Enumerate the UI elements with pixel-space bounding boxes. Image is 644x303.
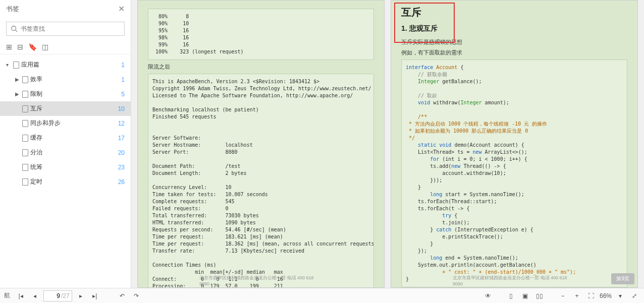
page-right: 互斥 1. 悲观互斥 互斥实际是悲观锁的思想 例如，有下面取款的需求 inter… bbox=[391, 0, 638, 288]
page-icon bbox=[22, 91, 28, 98]
sidebar-title: 书签 bbox=[6, 5, 19, 14]
zoom-dropdown-icon[interactable]: ▾ bbox=[615, 290, 626, 301]
section-heading: 1. 悲观互斥 bbox=[401, 24, 627, 33]
zoom-out-button[interactable]: − bbox=[557, 290, 568, 301]
page-left: 80% 8 90% 10 95% 16 98% 16 99% 16 100% 3… bbox=[137, 0, 385, 288]
page-number-input[interactable] bbox=[46, 291, 61, 300]
tree-item[interactable]: 缓存 17 bbox=[0, 131, 131, 145]
prev-page-button[interactable]: ◂ bbox=[29, 290, 40, 301]
bookmarks-sidebar: 书签 ✕ ⊞ ⊟ 🔖 ◫ ▾应用篇 1 ▶效率 1 ▶限制 5 bbox=[0, 0, 131, 288]
tree-item-selected[interactable]: 互斥 10 bbox=[0, 101, 131, 116]
tree-item[interactable]: ▶限制 5 bbox=[0, 87, 131, 101]
close-icon[interactable]: ✕ bbox=[118, 4, 125, 14]
page-footer: 北京市昌平区建材城西路金燕龙办公楼一层 电话 400 618 9090 bbox=[199, 275, 323, 286]
page-icon bbox=[22, 76, 28, 83]
rotate-right-button[interactable]: ↷ bbox=[131, 290, 142, 301]
tree-item-root[interactable]: ▾应用篇 1 bbox=[0, 57, 131, 72]
page-icon bbox=[22, 120, 28, 127]
page-footer: 北京市昌平区建材城西路金燕龙办公楼一层 电话 400 618 9090 bbox=[453, 275, 576, 286]
bottom-toolbar: 航 |◂ ◂ /27 ▸ ▸| ↶ ↷ 👁 ▯ ▣ ▯▯ − + ⛶ 66% ▾… bbox=[0, 288, 644, 303]
single-page-icon[interactable]: ▯ bbox=[506, 290, 517, 301]
apache-bench-output: This is ApacheBench, Version 2.3 <$Revis… bbox=[152, 78, 369, 288]
java-code: interface Account { // 获取余额 Integer getB… bbox=[406, 64, 623, 283]
body-text: 例如，有下面取款的需求 bbox=[401, 49, 627, 56]
svg-line-1 bbox=[16, 30, 18, 32]
nav-label: 航 bbox=[4, 291, 10, 300]
ribbon-icon[interactable]: ◫ bbox=[42, 43, 48, 51]
first-page-button[interactable]: |◂ bbox=[15, 290, 26, 301]
page-icon bbox=[22, 164, 28, 171]
search-input[interactable] bbox=[21, 25, 120, 32]
tree-item[interactable]: 分治 20 bbox=[0, 145, 131, 160]
tree-item[interactable]: 统筹 23 bbox=[0, 160, 131, 174]
percentile-data: 80% 8 90% 10 95% 16 98% 16 99% 16 100% 3… bbox=[152, 13, 369, 55]
fit-width-icon[interactable]: ⛶ bbox=[585, 290, 597, 301]
tree-item[interactable]: 定时 26 bbox=[0, 174, 131, 189]
sidebar-tools: ⊞ ⊟ 🔖 ◫ bbox=[0, 40, 131, 54]
view-mode-icon[interactable]: ▣ bbox=[520, 290, 531, 301]
fullscreen-icon[interactable]: ⤢ bbox=[629, 290, 640, 301]
page-indicator-button[interactable]: 第9页 bbox=[611, 273, 634, 284]
page-total: /27 bbox=[61, 292, 70, 299]
collapse-all-icon[interactable]: ⊟ bbox=[17, 43, 23, 51]
body-text: 互斥实际是悲观锁的思想 bbox=[401, 38, 627, 46]
tree-item[interactable]: ▶效率 1 bbox=[0, 72, 131, 87]
page-icon bbox=[22, 178, 28, 186]
bookmark-search[interactable] bbox=[6, 22, 125, 36]
svg-point-0 bbox=[12, 26, 16, 31]
page-icon bbox=[22, 105, 28, 112]
bookmarks-tree: ▾应用篇 1 ▶效率 1 ▶限制 5 互斥 10 同步和异步 12 缓存 17 bbox=[0, 54, 131, 288]
page-icon bbox=[13, 62, 19, 69]
code-block: interface Account { // 获取余额 Integer getB… bbox=[401, 59, 627, 287]
chapter-title: 互斥 bbox=[401, 6, 627, 19]
next-page-button[interactable]: ▸ bbox=[75, 290, 86, 301]
two-page-icon[interactable]: ▯▯ bbox=[534, 290, 545, 301]
search-icon bbox=[11, 25, 18, 32]
section-title: 限流之后 bbox=[148, 63, 374, 71]
page-icon bbox=[22, 135, 28, 142]
document-pages: 80% 8 90% 10 95% 16 98% 16 99% 16 100% 3… bbox=[131, 0, 644, 288]
eye-icon[interactable]: 👁 bbox=[482, 290, 494, 301]
zoom-in-button[interactable]: + bbox=[571, 290, 582, 301]
expand-all-icon[interactable]: ⊞ bbox=[6, 43, 12, 51]
page-icon bbox=[22, 149, 28, 156]
bookmark-icon[interactable]: 🔖 bbox=[28, 43, 37, 51]
last-page-button[interactable]: ▸| bbox=[89, 290, 100, 301]
tree-item[interactable]: 同步和异步 12 bbox=[0, 116, 131, 131]
rotate-left-button[interactable]: ↶ bbox=[117, 290, 128, 301]
zoom-level[interactable]: 66% bbox=[600, 292, 612, 299]
